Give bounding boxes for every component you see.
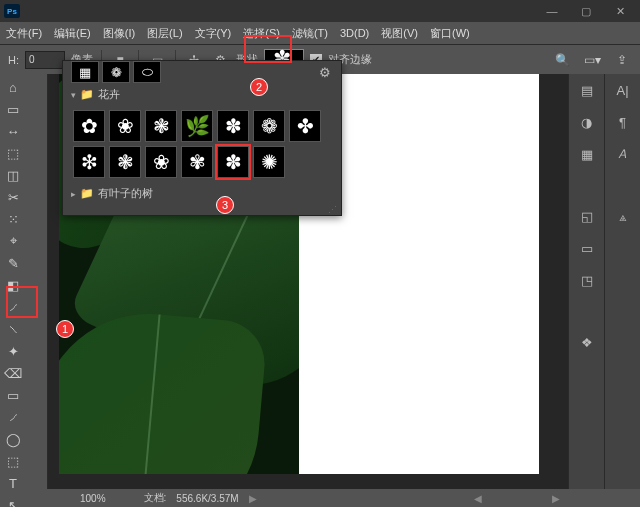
shape-cell[interactable]: ✽	[217, 110, 249, 142]
tool-blur[interactable]: ▭	[3, 385, 23, 405]
panel-dock: ▤ ◑ ▦ ◱ ▭ ◳ ❖ A| ¶ 𝘈 ⟁	[568, 74, 640, 489]
doc-label: 文档:	[144, 491, 167, 505]
shape-cell-selected[interactable]: ✽	[217, 146, 249, 178]
menu-layer[interactable]: 图层(L)	[147, 26, 182, 41]
minimize-button[interactable]: —	[536, 1, 568, 21]
menu-filter[interactable]: 滤镜(T)	[292, 26, 328, 41]
panel-color-icon[interactable]: ◑	[577, 112, 597, 132]
menu-bar: 文件(F) 编辑(E) 图像(I) 图层(L) 文字(Y) 选择(S) 滤镜(T…	[0, 22, 640, 44]
close-button[interactable]: ✕	[604, 1, 636, 21]
shape-picker-popup: ▦ ❁ ⬭ ⚙ ▾ 📁 花卉 ✿ ❀ ❃ 🌿 ✽ ❁ ✤ ❇ ❃ ❀ ✾ ✽ ✺…	[62, 60, 342, 216]
tool-frame[interactable]: ⁙	[3, 209, 23, 229]
shape-cell[interactable]: ✿	[73, 110, 105, 142]
shape-cell[interactable]: ❇	[73, 146, 105, 178]
menu-window[interactable]: 窗口(W)	[430, 26, 470, 41]
toolbox: ⌂ ▭ ↔ ⬚ ◫ ✂ ⁙ ⌖ ✎ ◧ ⟋ ⟍ ✦ ⌫ ▭ ⟋ ◯ ⬚ T ↖ …	[0, 74, 48, 489]
panel-swatches-icon[interactable]: ▦	[577, 144, 597, 164]
recent-shape-1[interactable]: ▦	[71, 61, 99, 83]
panel-column-1: ▤ ◑ ▦ ◱ ▭ ◳ ❖	[568, 74, 604, 489]
tool-eraser[interactable]: ✦	[3, 341, 23, 361]
app-logo: Ps	[4, 4, 20, 18]
group-flowers-header[interactable]: ▾ 📁 花卉	[63, 83, 341, 106]
titlebar: Ps — ▢ ✕	[0, 0, 640, 22]
tool-home[interactable]: ⌂	[3, 77, 23, 97]
shape-cell[interactable]: ❁	[253, 110, 285, 142]
annotation-badge-1: 1	[56, 320, 74, 338]
tool-gradient[interactable]: ⌫	[3, 363, 23, 383]
recent-shape-2[interactable]: ❁	[102, 61, 130, 83]
tool-move[interactable]: ↔	[3, 121, 23, 141]
height-label: H:	[8, 54, 19, 66]
menu-view[interactable]: 视图(V)	[381, 26, 418, 41]
chevron-down-icon: ▾	[71, 90, 76, 100]
menu-3d[interactable]: 3D(D)	[340, 27, 369, 39]
panel-layers-icon[interactable]: ❖	[577, 332, 597, 352]
shape-cell[interactable]: ❃	[109, 146, 141, 178]
tool-artboard[interactable]: ▭	[3, 99, 23, 119]
annotation-badge-3: 3	[216, 196, 234, 214]
menu-file[interactable]: 文件(F)	[6, 26, 42, 41]
menu-image[interactable]: 图像(I)	[103, 26, 135, 41]
menu-select[interactable]: 选择(S)	[243, 26, 280, 41]
shape-grid: ✿ ❀ ❃ 🌿 ✽ ❁ ✤ ❇ ❃ ❀ ✾ ✽ ✺	[63, 106, 341, 182]
panel-styles-icon[interactable]: ◳	[577, 270, 597, 290]
share-icon[interactable]: ⇪	[612, 50, 632, 70]
panel-glyphs-icon[interactable]: 𝘈	[613, 144, 633, 164]
shape-cell[interactable]: ❀	[145, 146, 177, 178]
tool-history[interactable]: ⟍	[3, 319, 23, 339]
shape-cell[interactable]: ✤	[289, 110, 321, 142]
tool-crop[interactable]: ✂	[3, 187, 23, 207]
annotation-badge-2: 2	[250, 78, 268, 96]
shape-cell[interactable]: ✾	[181, 146, 213, 178]
scroll-left-icon[interactable]: ◀	[474, 493, 482, 504]
group-trees-header[interactable]: ▸ 📁 有叶子的树	[63, 182, 341, 205]
shape-cell[interactable]: ✺	[253, 146, 285, 178]
window-controls: — ▢ ✕	[536, 1, 636, 21]
tool-lasso[interactable]: ◫	[3, 165, 23, 185]
tool-path-sel[interactable]: ↖	[3, 495, 23, 507]
search-icon[interactable]: 🔍	[552, 50, 572, 70]
height-input[interactable]	[25, 51, 65, 69]
group-flowers-label: 花卉	[98, 87, 120, 102]
popup-gear-icon[interactable]: ⚙	[315, 62, 335, 82]
tool-brush[interactable]: ◧	[3, 275, 23, 295]
doc-size: 556.6K/3.57M	[176, 493, 238, 504]
shape-cell[interactable]: 🌿	[181, 110, 213, 142]
scroll-right-icon[interactable]: ▶	[552, 493, 560, 504]
maximize-button[interactable]: ▢	[570, 1, 602, 21]
recent-shape-3[interactable]: ⬭	[133, 61, 161, 83]
tool-marquee[interactable]: ⬚	[3, 143, 23, 163]
zoom-level[interactable]: 100%	[80, 493, 106, 504]
panel-column-2: A| ¶ 𝘈 ⟁	[604, 74, 640, 489]
status-bar: 100% 文档:556.6K/3.57M ▶ ◀ ▶	[0, 489, 640, 507]
tool-dodge[interactable]: ⟋	[3, 407, 23, 427]
panel-3d-icon[interactable]: ⟁	[613, 206, 633, 226]
panel-paragraph-icon[interactable]: ¶	[613, 112, 633, 132]
tool-rect[interactable]: ⬚	[3, 451, 23, 471]
menu-type[interactable]: 文字(Y)	[195, 26, 232, 41]
group-trees-label: 有叶子的树	[98, 186, 153, 201]
chevron-right-icon: ▸	[71, 189, 76, 199]
tool-eyedropper[interactable]: ⌖	[3, 231, 23, 251]
popup-resize-handle[interactable]: ⋰	[63, 205, 341, 215]
shape-cell[interactable]: ❀	[109, 110, 141, 142]
tool-pen[interactable]: ◯	[3, 429, 23, 449]
panel-adjustments-icon[interactable]: ▭	[577, 238, 597, 258]
panel-character-icon[interactable]: A|	[613, 80, 633, 100]
shape-cell[interactable]: ❃	[145, 110, 177, 142]
tool-stamp[interactable]: ⟋	[3, 297, 23, 317]
menu-edit[interactable]: 编辑(E)	[54, 26, 91, 41]
tool-heal[interactable]: ✎	[3, 253, 23, 273]
status-arrow-icon[interactable]: ▶	[249, 493, 257, 504]
panel-libraries-icon[interactable]: ◱	[577, 206, 597, 226]
tool-type[interactable]: T	[3, 473, 23, 493]
popup-header: ▦ ❁ ⬭ ⚙	[63, 61, 341, 83]
workspace-icon[interactable]: ▭▾	[582, 50, 602, 70]
folder-icon: 📁	[80, 187, 94, 200]
panel-properties-icon[interactable]: ▤	[577, 80, 597, 100]
folder-icon: 📁	[80, 88, 94, 101]
